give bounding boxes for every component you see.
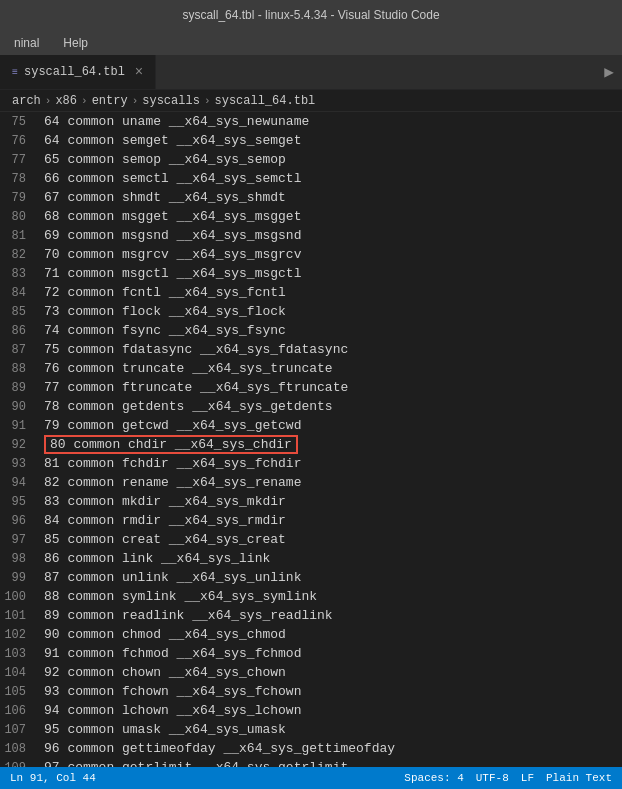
code-line: 8371 common msgctl __x64_sys_msgctl [0,264,622,283]
line-content: 78 common getdents __x64_sys_getdents [38,399,333,414]
menu-terminal[interactable]: ninal [8,34,45,52]
code-line: 8876 common truncate __x64_sys_truncate [0,359,622,378]
breadcrumb-current: syscall_64.tbl [214,94,315,108]
line-number: 94 [0,476,38,490]
line-number: 89 [0,381,38,395]
line-number: 78 [0,172,38,186]
code-line: 8775 common fdatasync __x64_sys_fdatasyn… [0,340,622,359]
line-content: 64 common semget __x64_sys_semget [38,133,301,148]
line-number: 92 [0,438,38,452]
line-number: 107 [0,723,38,737]
code-line: 8977 common ftruncate __x64_sys_ftruncat… [0,378,622,397]
line-number: 80 [0,210,38,224]
code-line: 10593 common fchown __x64_sys_fchown [0,682,622,701]
line-number: 104 [0,666,38,680]
status-language[interactable]: Plain Text [546,772,612,784]
line-content: 82 common rename __x64_sys_rename [38,475,301,490]
tab-close-button[interactable]: × [135,64,143,80]
line-content: 85 common creat __x64_sys_creat [38,532,286,547]
line-number: 102 [0,628,38,642]
line-number: 101 [0,609,38,623]
code-line: 7564 common uname __x64_sys_newuname [0,112,622,131]
line-content: 77 common ftruncate __x64_sys_ftruncate [38,380,348,395]
line-number: 108 [0,742,38,756]
line-content: 64 common uname __x64_sys_newuname [38,114,309,129]
run-button[interactable]: ▶ [604,62,614,82]
line-number: 84 [0,286,38,300]
line-content: 91 common fchmod __x64_sys_fchmod [38,646,301,661]
code-line: 7664 common semget __x64_sys_semget [0,131,622,150]
line-number: 103 [0,647,38,661]
breadcrumb-sep2: › [81,95,88,107]
line-number: 77 [0,153,38,167]
code-line: 10189 common readlink __x64_sys_readlink [0,606,622,625]
code-line: 10391 common fchmod __x64_sys_fchmod [0,644,622,663]
line-number: 86 [0,324,38,338]
status-line-ending[interactable]: LF [521,772,534,784]
code-line: 8270 common msgrcv __x64_sys_msgrcv [0,245,622,264]
breadcrumb-entry[interactable]: entry [92,94,128,108]
code-line: 7967 common shmdt __x64_sys_shmdt [0,188,622,207]
line-content: 86 common link __x64_sys_link [38,551,270,566]
line-content: 70 common msgrcv __x64_sys_msgrcv [38,247,301,262]
line-number: 85 [0,305,38,319]
line-content: 68 common msgget __x64_sys_msgget [38,209,301,224]
code-line: 9684 common rmdir __x64_sys_rmdir [0,511,622,530]
line-number: 100 [0,590,38,604]
line-number: 81 [0,229,38,243]
code-line: 10795 common umask __x64_sys_umask [0,720,622,739]
line-content: 95 common umask __x64_sys_umask [38,722,286,737]
line-content: 65 common semop __x64_sys_semop [38,152,286,167]
line-number: 93 [0,457,38,471]
line-content: 96 common gettimeofday __x64_sys_gettime… [38,741,395,756]
line-content: 71 common msgctl __x64_sys_msgctl [38,266,301,281]
breadcrumb-syscalls[interactable]: syscalls [142,94,200,108]
line-content: 97 common getrlimit __x64_sys_getrlimit [38,760,348,767]
breadcrumb-sep1: › [45,95,52,107]
line-content: 93 common fchown __x64_sys_fchown [38,684,301,699]
code-line: 9280 common chdir __x64_sys_chdir [0,435,622,454]
code-line: 8169 common msgsnd __x64_sys_msgsnd [0,226,622,245]
line-content: 80 common chdir __x64_sys_chdir [38,435,300,454]
tab-file-icon: ≡ [12,67,18,78]
line-content: 89 common readlink __x64_sys_readlink [38,608,333,623]
breadcrumb-arch[interactable]: arch [12,94,41,108]
line-content: 92 common chown __x64_sys_chown [38,665,286,680]
line-number: 95 [0,495,38,509]
code-line: 9381 common fchdir __x64_sys_fchdir [0,454,622,473]
breadcrumb-sep4: › [204,95,211,107]
line-content: 69 common msgsnd __x64_sys_msgsnd [38,228,301,243]
line-number: 96 [0,514,38,528]
line-number: 75 [0,115,38,129]
line-content: 66 common semctl __x64_sys_semctl [38,171,301,186]
breadcrumb-x86[interactable]: x86 [55,94,77,108]
code-line: 9987 common unlink __x64_sys_unlink [0,568,622,587]
red-box: 80 common chdir __x64_sys_chdir [44,435,298,454]
line-content: 72 common fcntl __x64_sys_fcntl [38,285,286,300]
line-content: 67 common shmdt __x64_sys_shmdt [38,190,286,205]
status-encoding[interactable]: UTF-8 [476,772,509,784]
line-number: 105 [0,685,38,699]
line-content: 88 common symlink __x64_sys_symlink [38,589,317,604]
code-line: 9886 common link __x64_sys_link [0,549,622,568]
code-line: 8472 common fcntl __x64_sys_fcntl [0,283,622,302]
line-number: 99 [0,571,38,585]
tab-file[interactable]: ≡ syscall_64.tbl × [0,55,156,89]
line-content: 75 common fdatasync __x64_sys_fdatasync [38,342,348,357]
code-line: 9785 common creat __x64_sys_creat [0,530,622,549]
code-line: 9078 common getdents __x64_sys_getdents [0,397,622,416]
line-content: 81 common fchdir __x64_sys_fchdir [38,456,301,471]
line-number: 88 [0,362,38,376]
status-right: Spaces: 4 UTF-8 LF Plain Text [404,772,612,784]
line-content: 74 common fsync __x64_sys_fsync [38,323,286,338]
breadcrumb-sep3: › [132,95,139,107]
status-position[interactable]: Ln 91, Col 44 [10,772,96,784]
title-bar: syscall_64.tbl - linux-5.4.34 - Visual S… [0,0,622,30]
code-line: 10997 common getrlimit __x64_sys_getrlim… [0,758,622,767]
menu-help[interactable]: Help [57,34,94,52]
code-line: 10694 common lchown __x64_sys_lchown [0,701,622,720]
breadcrumb: arch › x86 › entry › syscalls › syscall_… [0,90,622,112]
line-content: 90 common chmod __x64_sys_chmod [38,627,286,642]
status-spaces[interactable]: Spaces: 4 [404,772,463,784]
code-line: 10088 common symlink __x64_sys_symlink [0,587,622,606]
